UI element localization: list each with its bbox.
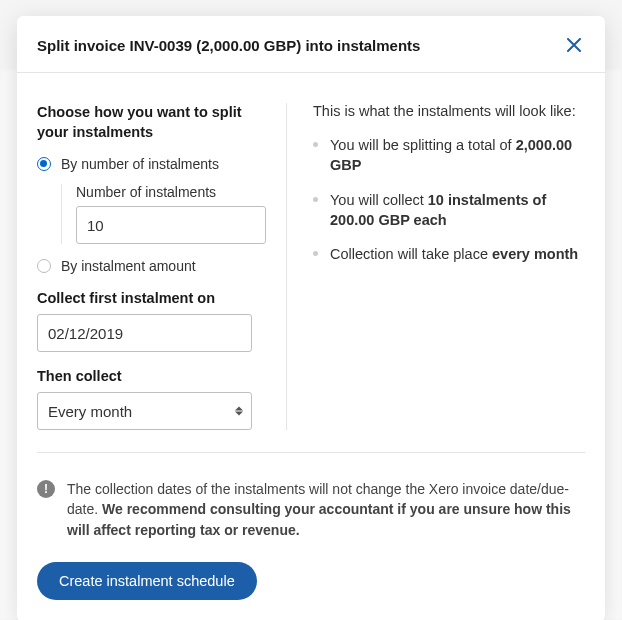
warning-icon: ! — [37, 480, 55, 498]
preview-total: You will be splitting a total of 2,000.0… — [313, 135, 585, 176]
frequency-selected-value: Every month — [48, 403, 132, 420]
frequency-label: Then collect — [37, 368, 266, 384]
modal-body: Choose how you want to split your instal… — [17, 73, 605, 452]
select-arrows-icon — [235, 407, 243, 416]
first-instalment-date-input[interactable] — [37, 314, 252, 352]
preview-instalments: You will collect 10 instalments of 200.0… — [313, 190, 585, 231]
bullet-icon — [313, 142, 318, 147]
radio-by-amount[interactable]: By instalment amount — [37, 258, 266, 274]
bullet-icon — [313, 197, 318, 202]
form-column: Choose how you want to split your instal… — [37, 103, 287, 430]
frequency-select[interactable]: Every month — [37, 392, 252, 430]
frequency-block: Then collect Every month — [37, 368, 266, 430]
preview-list: You will be splitting a total of 2,000.0… — [313, 135, 585, 264]
radio-icon — [37, 157, 51, 171]
bullet-icon — [313, 251, 318, 256]
date-label: Collect first instalment on — [37, 290, 266, 306]
preview-column: This is what the instalments will look l… — [287, 103, 585, 430]
close-button[interactable] — [563, 34, 585, 56]
warning-text: The collection dates of the instalments … — [67, 479, 585, 540]
create-schedule-button[interactable]: Create instalment schedule — [37, 562, 257, 600]
number-of-instalments-block: Number of instalments — [61, 184, 266, 244]
radio-icon — [37, 259, 51, 273]
num-instalments-label: Number of instalments — [76, 184, 266, 200]
radio-label: By number of instalments — [61, 156, 219, 172]
radio-label: By instalment amount — [61, 258, 196, 274]
modal-footer: Create instalment schedule — [17, 540, 605, 620]
preview-heading: This is what the instalments will look l… — [313, 103, 585, 119]
first-instalment-date-block: Collect first instalment on — [37, 290, 266, 352]
modal-title: Split invoice INV-0039 (2,000.00 GBP) in… — [37, 37, 420, 54]
modal-header: Split invoice INV-0039 (2,000.00 GBP) in… — [17, 16, 605, 73]
radio-by-number[interactable]: By number of instalments — [37, 156, 266, 172]
close-icon — [567, 38, 581, 52]
preview-frequency: Collection will take place every month — [313, 244, 585, 264]
num-instalments-input[interactable] — [76, 206, 266, 244]
split-invoice-modal: Split invoice INV-0039 (2,000.00 GBP) in… — [17, 16, 605, 620]
warning-banner: ! The collection dates of the instalment… — [37, 452, 585, 540]
split-method-heading: Choose how you want to split your instal… — [37, 103, 266, 142]
